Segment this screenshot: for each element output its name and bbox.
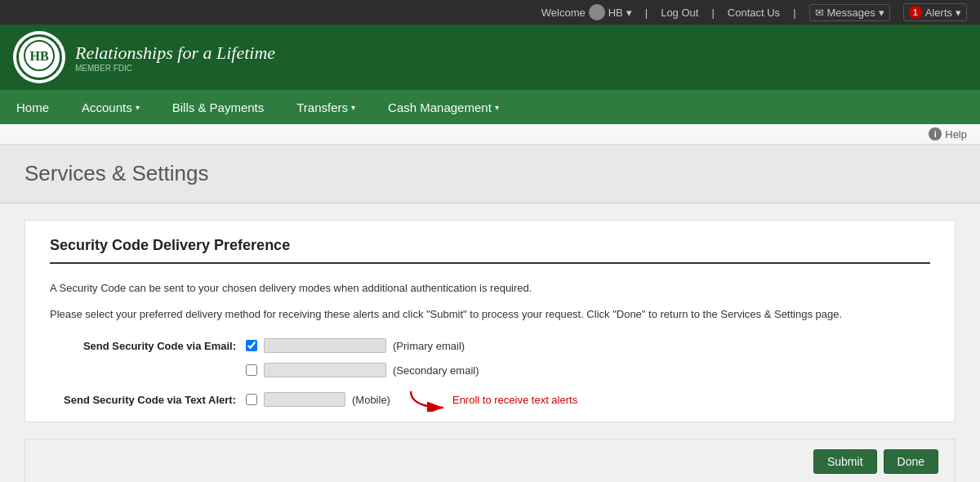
info-icon: i bbox=[929, 127, 942, 141]
svg-text:HB: HB bbox=[29, 49, 48, 63]
enroll-link[interactable]: Enroll to receive text alerts bbox=[452, 394, 577, 406]
top-bar: Welcome HB ▾ | Log Out | Contact Us | ✉ … bbox=[0, 0, 980, 25]
primary-email-inline: (Primary email) bbox=[246, 338, 465, 353]
nav-transfers[interactable]: Transfers ▾ bbox=[280, 90, 372, 124]
help-bar: i Help bbox=[0, 124, 980, 145]
alerts-button[interactable]: 1 Alerts ▾ bbox=[903, 3, 967, 21]
form-section: Send Security Code via Email: (Primary e… bbox=[50, 338, 930, 412]
footer-buttons: Submit Done bbox=[24, 439, 956, 482]
tagline: Relationships for a Lifetime bbox=[75, 42, 275, 64]
mobile-tag: (Mobile) bbox=[352, 394, 390, 406]
nav-bills-payments[interactable]: Bills & Payments bbox=[156, 90, 281, 124]
text-alert-row: Send Security Code via Text Alert: (Mobi… bbox=[50, 387, 930, 412]
text-alert-inline: (Mobile) Enroll to receive text alerts bbox=[246, 387, 577, 412]
logo-circle: HB bbox=[13, 31, 65, 83]
welcome-area: Welcome HB ▾ bbox=[541, 4, 632, 20]
alerts-label: Alerts bbox=[925, 7, 952, 19]
red-arrow-icon bbox=[407, 387, 448, 412]
chevron-down-icon: ▾ bbox=[495, 103, 499, 112]
secondary-email-value bbox=[264, 363, 386, 377]
text-alert-checkbox[interactable] bbox=[246, 394, 257, 405]
fdic-label: MEMBER FDIC bbox=[75, 64, 275, 73]
user-avatar bbox=[589, 4, 605, 20]
nav-home[interactable]: Home bbox=[0, 90, 65, 124]
messages-label: Messages bbox=[827, 7, 875, 19]
alerts-badge: 1 bbox=[909, 6, 922, 19]
page-title: Services & Settings bbox=[24, 161, 956, 186]
chevron-down-icon: ▾ bbox=[879, 7, 884, 19]
user-initials: HB bbox=[608, 7, 623, 19]
welcome-label: Welcome bbox=[541, 7, 586, 19]
secondary-email-tag: (Secondary email) bbox=[393, 364, 479, 377]
nav-accounts[interactable]: Accounts ▾ bbox=[65, 90, 156, 124]
primary-email-row: Send Security Code via Email: (Primary e… bbox=[50, 338, 930, 353]
divider1: | bbox=[645, 7, 648, 19]
done-button[interactable]: Done bbox=[884, 449, 938, 474]
description-1: A Security Code can be sent to your chos… bbox=[50, 280, 930, 297]
section-title: Security Code Delivery Preference bbox=[50, 237, 930, 264]
secondary-email-checkbox[interactable] bbox=[246, 364, 257, 376]
header: HB Relationships for a Lifetime MEMBER F… bbox=[0, 25, 980, 90]
main-nav: Home Accounts ▾ Bills & Payments Transfe… bbox=[0, 90, 980, 124]
submit-button[interactable]: Submit bbox=[813, 449, 877, 474]
logo-text: Relationships for a Lifetime MEMBER FDIC bbox=[75, 42, 275, 73]
chevron-down-icon[interactable]: ▾ bbox=[626, 7, 632, 19]
text-alert-label: Send Security Code via Text Alert: bbox=[50, 394, 246, 406]
primary-email-tag: (Primary email) bbox=[393, 340, 465, 352]
primary-email-checkbox[interactable] bbox=[246, 340, 257, 351]
chevron-down-icon: ▾ bbox=[136, 103, 140, 112]
nav-cash-management[interactable]: Cash Management ▾ bbox=[372, 90, 515, 124]
chevron-down-icon: ▾ bbox=[956, 7, 961, 19]
mobile-value bbox=[264, 392, 345, 407]
page-wrapper: i Help Services & Settings Security Code… bbox=[0, 124, 980, 482]
email-field-label: Send Security Code via Email: bbox=[50, 340, 246, 352]
help-label: Help bbox=[945, 128, 967, 141]
contact-link[interactable]: Contact Us bbox=[728, 7, 780, 19]
logo-letters: HB bbox=[23, 39, 56, 76]
page-title-bar: Services & Settings bbox=[0, 145, 980, 203]
logo-inner: HB bbox=[16, 34, 62, 80]
description-2: Please select your preferred delivery me… bbox=[50, 306, 930, 323]
chevron-down-icon: ▾ bbox=[351, 103, 355, 112]
enroll-area: Enroll to receive text alerts bbox=[407, 387, 577, 412]
help-link[interactable]: i Help bbox=[929, 127, 967, 141]
divider3: | bbox=[793, 7, 795, 19]
logout-link[interactable]: Log Out bbox=[661, 7, 698, 19]
divider2: | bbox=[711, 7, 714, 19]
primary-email-value bbox=[264, 338, 386, 353]
content-area: Security Code Delivery Preference A Secu… bbox=[24, 220, 956, 422]
messages-button[interactable]: ✉ Messages ▾ bbox=[809, 4, 890, 21]
envelope-icon: ✉ bbox=[815, 7, 824, 19]
logo-area: HB Relationships for a Lifetime MEMBER F… bbox=[13, 31, 275, 83]
secondary-email-row: (Secondary email) bbox=[246, 363, 930, 377]
